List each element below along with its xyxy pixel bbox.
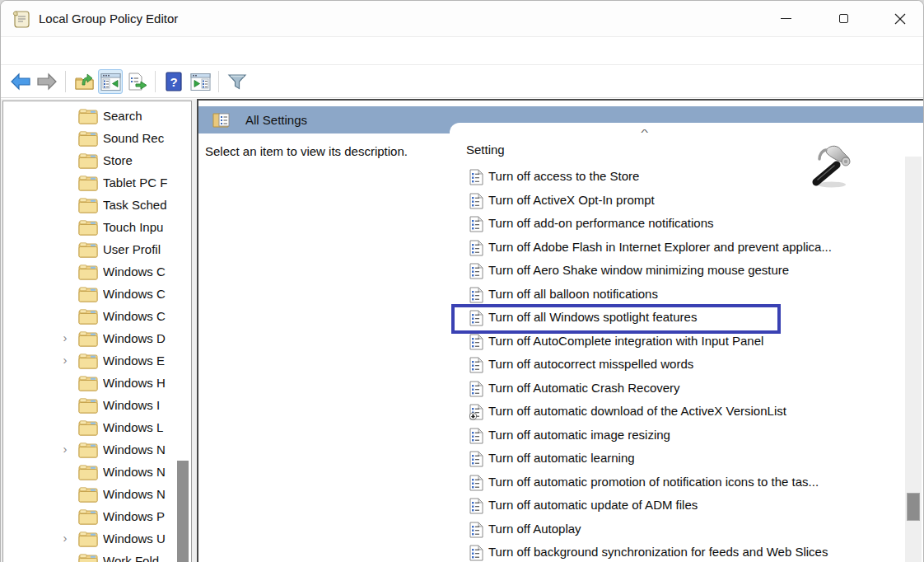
settings-row[interactable]: Turn off autocorrect misspelled words	[450, 354, 903, 377]
settings-row[interactable]: Turn off background synchronization for …	[450, 541, 903, 562]
settings-row-label: Turn off automatic update of ADM files	[488, 498, 698, 512]
settings-row[interactable]: Turn off AutoComplete integration with I…	[450, 330, 903, 354]
settings-row-label: Turn off all Windows spotlight features	[488, 310, 697, 324]
expand-chevron-icon[interactable]: ›	[58, 353, 72, 367]
tree-item-label: Windows P	[103, 509, 175, 523]
folder-icon	[78, 465, 98, 480]
tree-item[interactable]: › Store	[3, 150, 191, 172]
settings-row[interactable]: Turn off Adobe Flash in Internet Explore…	[450, 237, 903, 260]
policy-icon	[469, 428, 483, 444]
folder-icon	[78, 309, 98, 325]
setting-column-header[interactable]: Setting	[466, 143, 505, 157]
up-one-level-button[interactable]	[72, 69, 96, 94]
menu-item[interactable]	[86, 49, 90, 54]
menu-item[interactable]	[63, 49, 66, 54]
policy-icon	[469, 404, 483, 420]
expand-chevron-icon[interactable]: ›	[58, 442, 72, 456]
tree-item-label: Windows C	[103, 265, 175, 279]
settings-row-label: Turn off autocorrect misspelled words	[488, 357, 693, 371]
expand-chevron-icon[interactable]: ›	[58, 330, 72, 344]
tree-item-label: Windows H	[103, 376, 175, 390]
settings-row[interactable]: Turn off Aero Shake window minimizing mo…	[450, 260, 903, 283]
settings-scrollbar[interactable]	[905, 157, 922, 562]
help-button[interactable]: ?	[161, 69, 186, 94]
tree-item[interactable]: › Windows N	[3, 484, 191, 506]
settings-row[interactable]: Turn off automatic download of the Activ…	[450, 400, 903, 424]
filter-funnel-icon	[226, 72, 248, 91]
settings-row[interactable]: Turn off all balloon notifications	[450, 283, 903, 307]
settings-row[interactable]: Turn off all Windows spotlight features	[450, 307, 903, 330]
folder-icon	[78, 376, 98, 391]
settings-row[interactable]: Turn off automatic learning	[450, 447, 903, 471]
tree-item[interactable]: › Windows N	[3, 461, 191, 484]
policy-icon	[469, 451, 483, 467]
folder-icon	[78, 509, 98, 525]
export-list-button[interactable]	[124, 69, 149, 94]
folder-icon	[78, 554, 98, 562]
show-console-tree-button[interactable]	[98, 69, 123, 94]
folder-icon	[78, 443, 98, 458]
menu-item[interactable]	[15, 49, 18, 54]
folder-icon	[78, 131, 98, 147]
tree-item[interactable]: › Tablet PC F	[3, 172, 191, 194]
settings-row[interactable]: Turn off automatic update of ADM files	[450, 494, 903, 518]
tree-item[interactable]: › Windows E	[3, 350, 191, 372]
close-button[interactable]	[875, 1, 924, 36]
policy-icon	[469, 263, 483, 279]
tree-item[interactable]: › Windows H	[3, 372, 191, 395]
toolbar: ?	[1, 66, 923, 98]
all-settings-folder-icon	[212, 110, 234, 130]
console-tree-panel: › Search ›	[2, 101, 192, 562]
expand-chevron-icon[interactable]: ›	[58, 531, 72, 545]
settings-row[interactable]: Turn off Automatic Crash Recovery	[450, 377, 903, 401]
content-area: › Search ›	[1, 99, 924, 562]
folder-icon	[78, 287, 98, 302]
settings-row[interactable]: Turn off add-on performance notification…	[450, 213, 903, 237]
tree-item[interactable]: › Windows D	[3, 328, 191, 350]
maximize-button[interactable]	[818, 1, 869, 36]
show-action-pane-button[interactable]	[188, 69, 212, 94]
tree-item[interactable]: › Windows I	[3, 395, 191, 417]
tree-item[interactable]: › Windows C	[3, 261, 191, 283]
forward-arrow-icon	[36, 72, 58, 91]
settings-row[interactable]: Turn off automatic promotion of notifica…	[450, 471, 903, 495]
filter-button[interactable]	[225, 69, 250, 94]
tree-item[interactable]: › Task Sched	[3, 194, 191, 217]
menu-item[interactable]	[39, 49, 42, 54]
tree-scrollbar-thumb[interactable]	[177, 461, 189, 562]
help-icon: ?	[165, 72, 183, 91]
settings-row[interactable]: Turn off ActiveX Opt-In prompt	[450, 190, 903, 213]
folder-icon	[78, 354, 98, 369]
forward-button[interactable]	[35, 69, 59, 94]
tree-scrollbar[interactable]	[176, 101, 189, 562]
settings-rows: Turn off access to the Store	[450, 166, 903, 562]
policy-icon	[469, 334, 483, 350]
settings-row-label: Turn off background synchronization for …	[488, 545, 828, 559]
settings-row-label: Turn off ActiveX Opt-In prompt	[488, 193, 655, 207]
settings-row[interactable]: Turn off automatic image resizing	[450, 424, 903, 448]
tree-item[interactable]: › Touch Inpu	[3, 217, 191, 239]
tree-item[interactable]: › Windows P	[3, 506, 191, 528]
back-arrow-icon	[10, 72, 31, 91]
tree-item[interactable]: › Work Fold	[3, 550, 191, 562]
minimize-button[interactable]	[760, 1, 811, 36]
tree-item[interactable]: › User Profil	[3, 239, 191, 261]
sort-ascending-icon[interactable]: ^	[641, 128, 648, 138]
settings-row-label: Turn off Autoplay	[488, 522, 581, 536]
settings-row[interactable]: Turn off Autoplay	[450, 518, 903, 542]
back-button[interactable]	[8, 69, 33, 94]
settings-scrollbar-thumb[interactable]	[907, 493, 920, 521]
tree-item[interactable]: › Sound Rec	[3, 128, 191, 150]
window-title: Local Group Policy Editor	[39, 12, 178, 26]
policy-icon	[469, 522, 483, 538]
tree-item[interactable]: › Windows N	[3, 439, 191, 461]
tree-item[interactable]: › Search	[3, 105, 191, 128]
tree-item-label: User Profil	[103, 242, 175, 256]
tree-item-label: Windows N	[103, 465, 175, 479]
tree-item[interactable]: › Windows U	[3, 528, 191, 550]
tree-item[interactable]: › Windows C	[3, 283, 191, 306]
folder-icon	[78, 487, 98, 503]
tree-item[interactable]: › Windows L	[3, 417, 191, 439]
tree-item[interactable]: › Windows C	[3, 306, 191, 328]
folder-icon	[78, 331, 98, 347]
